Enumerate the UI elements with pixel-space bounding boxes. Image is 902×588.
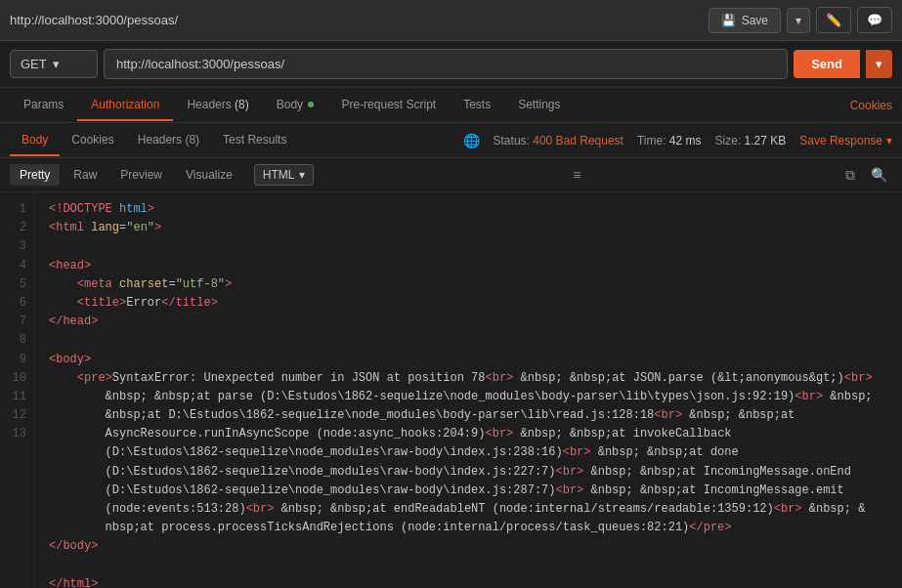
main-content: GET ▾ Send ▾ Params Authorization Header…	[0, 41, 902, 588]
resp-tab-testresults[interactable]: Test Results	[211, 125, 298, 156]
size-text-label: Size:	[715, 134, 745, 147]
resp-tab-headers[interactable]: Headers (8)	[126, 125, 211, 156]
code-content: <!DOCTYPE html><html lang="en"> <head> <…	[35, 192, 902, 588]
save-response-button[interactable]: Save Response ▾	[799, 134, 892, 147]
method-select[interactable]: GET ▾	[10, 50, 98, 78]
resp-tab-body[interactable]: Body	[10, 125, 60, 156]
url-input[interactable]	[104, 49, 788, 79]
tab-params[interactable]: Params	[10, 90, 77, 121]
status-text-label: Status:	[494, 134, 534, 147]
size-label: Size: 1.27 KB	[715, 134, 787, 147]
save-dropdown-button[interactable]: ▾	[787, 8, 810, 33]
status-label: Status: 400 Bad Request	[494, 134, 623, 147]
tab-body[interactable]: Body	[263, 90, 328, 121]
format-select[interactable]: HTML ▾	[254, 164, 314, 186]
comment-icon-button[interactable]: 💬	[857, 7, 892, 33]
status-code: 400 Bad Request	[533, 134, 623, 147]
tab-headers[interactable]: Headers (8)	[173, 90, 262, 121]
window-title: http://localhost:3000/pessoas/	[10, 13, 178, 27]
fmt-tab-preview[interactable]: Preview	[110, 164, 172, 186]
cookies-link[interactable]: Cookies	[850, 99, 892, 112]
copy-icon-button[interactable]: ⧉	[840, 165, 860, 186]
save-response-label: Save Response	[799, 134, 882, 147]
send-button[interactable]: Send	[794, 50, 860, 78]
fmt-tab-pretty[interactable]: Pretty	[10, 164, 60, 186]
method-label: GET	[21, 57, 47, 71]
save-button[interactable]: 💾 Save	[709, 8, 781, 33]
tab-settings[interactable]: Settings	[504, 90, 574, 121]
tab-tests[interactable]: Tests	[450, 90, 504, 121]
format-bar: Pretty Raw Preview Visualize HTML ▾ ≡ ⧉ …	[0, 158, 902, 192]
response-tabs: Body Cookies Headers (8) Test Results 🌐 …	[0, 123, 902, 158]
top-bar-actions: 💾 Save ▾ ✏️ 💬	[709, 7, 892, 33]
edit-icon-button[interactable]: ✏️	[816, 7, 851, 33]
save-response-chevron-icon: ▾	[886, 134, 892, 147]
sort-icon-button[interactable]: ≡	[568, 165, 585, 185]
time-text-label: Time:	[637, 134, 669, 147]
send-dropdown-button[interactable]: ▾	[866, 50, 892, 78]
top-bar: http://localhost:3000/pessoas/ 💾 Save ▾ …	[0, 0, 902, 41]
url-bar: GET ▾ Send ▾	[0, 41, 902, 88]
request-tabs: Params Authorization Headers (8) Body Pr…	[0, 88, 902, 123]
search-icon-button[interactable]: 🔍	[866, 165, 892, 186]
fmt-tab-raw[interactable]: Raw	[64, 164, 107, 186]
format-icons: ≡	[568, 165, 585, 185]
tab-authorization[interactable]: Authorization	[77, 90, 173, 121]
code-area[interactable]: 12345678910111213 <!DOCTYPE html><html l…	[0, 192, 902, 588]
size-value: 1.27 KB	[745, 134, 787, 147]
save-label: Save	[742, 14, 768, 27]
fmt-tab-visualize[interactable]: Visualize	[176, 164, 242, 186]
time-label: Time: 42 ms	[637, 134, 702, 147]
resp-tab-cookies[interactable]: Cookies	[60, 125, 125, 156]
body-dot-indicator	[308, 102, 314, 107]
save-icon: 💾	[721, 14, 736, 27]
tab-prerequest[interactable]: Pre-request Script	[327, 90, 450, 121]
format-chevron-icon: ▾	[299, 168, 305, 182]
status-area: 🌐 Status: 400 Bad Request Time: 42 ms Si…	[463, 133, 892, 148]
time-value: 42 ms	[669, 134, 702, 147]
format-value: HTML	[263, 168, 295, 182]
line-numbers: 12345678910111213	[0, 192, 35, 588]
globe-icon: 🌐	[463, 133, 480, 148]
method-chevron-icon: ▾	[53, 57, 60, 71]
